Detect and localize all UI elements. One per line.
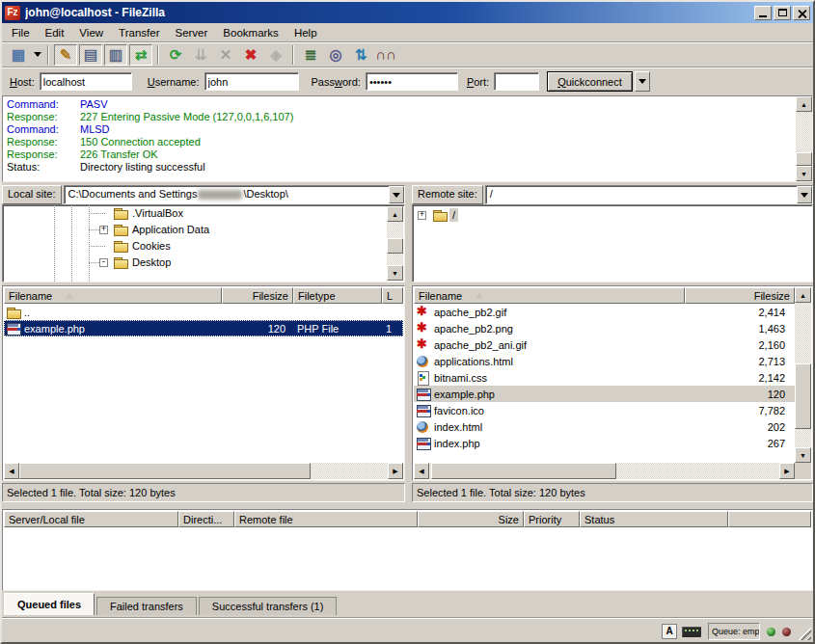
find-files-icon: ∩∩ <box>375 47 396 63</box>
tree-item[interactable]: + / <box>413 207 812 224</box>
folder-icon <box>6 306 21 319</box>
remote-list-vscrollbar[interactable]: ▲ ▼ <box>795 287 811 463</box>
column-header-server-local-file[interactable]: Server/Local file <box>4 511 178 527</box>
file-row[interactable]: apache_pb2.gif 2,414 <box>414 304 795 320</box>
process-queue-icon: ⇊ <box>195 47 207 63</box>
titlebar[interactable]: Fz john@localhost - FileZilla <box>2 2 813 23</box>
scroll-right-icon[interactable]: ▶ <box>779 463 795 479</box>
column-header-remote-file[interactable]: Remote file <box>234 511 418 527</box>
column-header-last-modified[interactable]: L <box>382 287 403 304</box>
file-row[interactable]: example.php 120 PHP File 1 <box>4 320 403 336</box>
menu-bar: FileEditViewTransferServerBookmarksHelp <box>2 23 813 41</box>
column-header-filesize[interactable]: Filesize <box>685 287 795 304</box>
log-line: Status:Directory listing successful <box>3 161 796 174</box>
scroll-left-icon[interactable]: ◀ <box>414 463 429 479</box>
status-bar: A Queue: empty <box>2 617 813 642</box>
file-row[interactable]: apache_pb2.png 1,463 <box>414 320 795 336</box>
menu-item[interactable]: Help <box>286 25 325 40</box>
file-row[interactable]: example.php 120 <box>414 386 795 402</box>
username-input[interactable] <box>204 72 299 91</box>
port-input[interactable] <box>494 72 539 91</box>
tree-expander[interactable]: - <box>99 258 108 267</box>
tree-item[interactable]: Cookies <box>3 238 404 255</box>
toggle-queue-button[interactable]: ⇄ <box>129 44 152 66</box>
queue-tab[interactable]: Queued files <box>4 593 95 615</box>
file-row[interactable]: .. <box>4 304 403 320</box>
menu-item[interactable]: File <box>4 25 38 40</box>
file-row[interactable]: favicon.ico 7,782 <box>414 402 795 418</box>
scroll-down-icon[interactable]: ▼ <box>795 447 811 463</box>
column-header-filetype[interactable]: Filetype <box>293 287 382 304</box>
scrollbar-thumb[interactable] <box>387 238 403 254</box>
refresh-button[interactable]: ⟳ <box>164 44 187 66</box>
cancel-button[interactable]: ✕ <box>214 44 237 66</box>
toggle-remote-tree-button[interactable]: ▥ <box>104 44 127 66</box>
file-row[interactable]: index.php 267 <box>414 435 795 451</box>
scrollbar-thumb[interactable] <box>795 363 811 429</box>
scroll-up-icon[interactable]: ▲ <box>796 96 812 112</box>
file-row[interactable]: bitnami.css 2,142 <box>414 369 795 386</box>
filezilla-window: Fz john@localhost - FileZilla FileEditVi… <box>0 0 815 644</box>
site-manager-button[interactable]: ▦ <box>7 44 30 66</box>
file-row[interactable]: index.html 202 <box>414 418 795 435</box>
menu-item[interactable]: Server <box>167 25 215 40</box>
scroll-up-icon[interactable]: ▲ <box>795 287 811 303</box>
quickconnect-dropdown-button[interactable] <box>635 71 650 92</box>
disconnect-button[interactable]: ✖ <box>239 44 262 66</box>
menu-item[interactable]: Transfer <box>111 25 167 40</box>
column-header-direction[interactable]: Directi... <box>178 511 234 527</box>
find-files-button[interactable]: ∩∩ <box>374 44 397 66</box>
scrollbar-thumb[interactable] <box>431 463 616 479</box>
host-input[interactable] <box>40 72 132 91</box>
toggle-message-log-button[interactable]: ✎ <box>54 44 77 66</box>
password-input[interactable] <box>366 72 458 91</box>
column-header-size[interactable]: Size <box>418 511 524 527</box>
scroll-down-icon[interactable]: ▼ <box>796 166 812 181</box>
close-button[interactable] <box>793 6 810 20</box>
column-header-filename[interactable]: Filename <box>414 287 685 304</box>
column-header-status[interactable]: Status <box>580 511 728 527</box>
log-line: Response:227 Entering Passive Mode (127,… <box>3 111 796 123</box>
scroll-right-icon[interactable]: ▶ <box>388 463 403 479</box>
remote-list-hscrollbar[interactable]: ◀ ▶ <box>414 463 795 479</box>
menu-item[interactable]: Bookmarks <box>215 25 286 40</box>
quickconnect-button[interactable]: Quickconnect <box>547 71 633 92</box>
tree-item[interactable]: .VirtualBox <box>3 205 404 222</box>
tree-item[interactable]: - Desktop <box>3 255 404 271</box>
remote-site-combo[interactable]: / <box>485 185 813 204</box>
scrollbar-thumb[interactable] <box>19 463 311 479</box>
column-header-filename[interactable]: Filename <box>4 287 222 304</box>
menu-item[interactable]: Edit <box>38 25 72 40</box>
menu-item[interactable]: View <box>71 25 111 40</box>
minimize-button[interactable] <box>754 6 772 20</box>
scroll-left-icon[interactable]: ◀ <box>4 463 19 479</box>
filter-button[interactable]: ≣ <box>299 44 322 66</box>
process-queue-button[interactable]: ⇊ <box>189 44 212 66</box>
local-list-hscrollbar[interactable]: ◀ ▶ <box>4 463 403 479</box>
queue-tab[interactable]: Failed transfers <box>96 597 197 615</box>
scroll-up-icon[interactable]: ▲ <box>387 206 403 222</box>
local-site-dropdown-button[interactable] <box>389 186 404 203</box>
column-header-priority[interactable]: Priority <box>524 511 580 527</box>
toggle-local-tree-button[interactable]: ▤ <box>79 44 102 66</box>
column-header-filesize[interactable]: Filesize <box>222 287 293 304</box>
toolbar-separator <box>157 45 159 65</box>
scroll-down-icon[interactable]: ▼ <box>387 265 403 281</box>
tree-expander[interactable]: + <box>418 211 426 220</box>
file-row[interactable]: applications.html 2,713 <box>414 353 795 369</box>
queue-tab[interactable]: Successful transfers (1) <box>199 597 338 615</box>
tree-item[interactable]: + Application Data <box>3 222 404 238</box>
log-scrollbar[interactable]: ▲ ▼ <box>796 96 812 181</box>
site-manager-dropdown-button[interactable] <box>31 44 43 66</box>
directory-comparison-button[interactable]: ◎ <box>324 44 347 66</box>
synchronized-browsing-button[interactable]: ⇅ <box>349 44 372 66</box>
maximize-button[interactable] <box>774 6 791 20</box>
local-site-combo[interactable]: C:\Documents and Settings\Desktop\ <box>64 185 405 204</box>
scrollbar-thumb[interactable] <box>796 152 812 166</box>
reconnect-button[interactable]: ◈ <box>264 44 287 66</box>
remote-site-dropdown-button[interactable] <box>797 186 812 203</box>
file-row[interactable]: apache_pb2_ani.gif 2,160 <box>414 336 795 353</box>
tree-expander[interactable]: + <box>99 226 108 234</box>
local-tree-scrollbar[interactable]: ▲ ▼ <box>387 206 403 281</box>
resize-grip[interactable] <box>797 626 811 640</box>
